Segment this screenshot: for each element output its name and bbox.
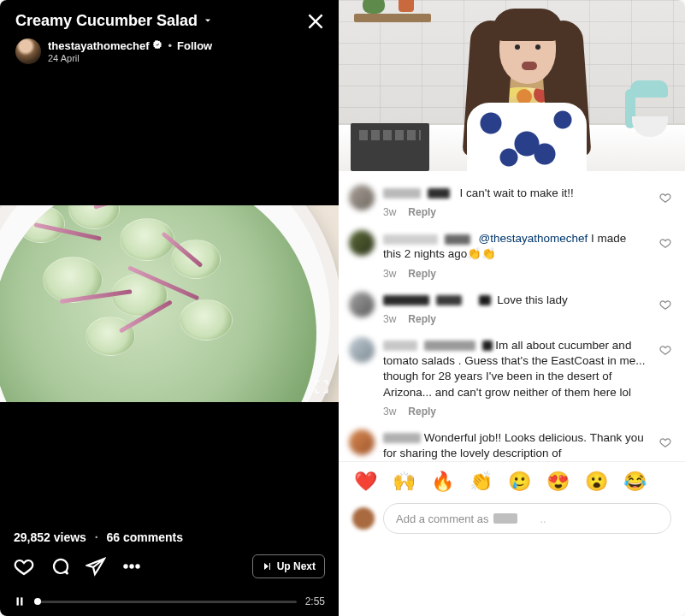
reaction-clap[interactable]: 👏 — [469, 471, 493, 493]
video-frame[interactable] — [0, 85, 339, 522]
svg-rect-7 — [17, 597, 19, 605]
action-bar: Up Next — [14, 556, 325, 577]
time-label: 2:55 — [305, 595, 325, 607]
video-panel: Creamy Cucumber Salad thestayathomechef … — [0, 0, 339, 616]
video-title-text: Creamy Cucumber Salad — [15, 12, 198, 30]
right-panel: I can't wait to make it!! 3w Reply — [339, 0, 685, 616]
chevron-down-icon — [203, 12, 213, 30]
reply-button[interactable]: Reply — [408, 268, 436, 280]
close-button[interactable] — [304, 10, 327, 33]
post-date: 24 April — [48, 53, 80, 63]
comment-list: I can't wait to make it!! 3w Reply — [339, 171, 685, 461]
comment-age: 3w — [383, 268, 396, 280]
comment-mention[interactable]: @thestayathomechef — [479, 232, 588, 245]
self-avatar[interactable] — [352, 507, 375, 530]
reaction-raised-hands[interactable]: 🙌 — [393, 471, 416, 493]
author-row: thestayathomechef • Follow 24 April — [15, 38, 327, 64]
pause-button[interactable] — [14, 595, 26, 607]
play-next-icon — [262, 561, 272, 572]
up-next-label: Up Next — [277, 560, 316, 572]
reaction-heart[interactable]: ❤️ — [354, 471, 377, 493]
verified-icon — [152, 39, 162, 52]
reply-button[interactable]: Reply — [408, 406, 436, 418]
author-username-text: thestayathomechef — [48, 39, 149, 52]
reaction-tear[interactable]: 🥲 — [508, 471, 531, 493]
commenter-avatar[interactable] — [349, 185, 375, 210]
more-button[interactable] — [121, 556, 142, 577]
video-thumbnail — [0, 205, 339, 402]
comments-panel: I can't wait to make it!! 3w Reply — [339, 171, 685, 616]
reaction-laugh[interactable]: 😂 — [623, 471, 647, 493]
video-stats: 29,852 views · 66 comments — [14, 530, 325, 544]
video-preview-scene — [339, 0, 685, 171]
svg-marker-5 — [264, 563, 269, 570]
video-header: Creamy Cucumber Salad thestayathomechef … — [0, 0, 339, 85]
comments-count-text[interactable]: 66 comments — [107, 530, 183, 544]
comment-text: Wonderful job!! Looks delicious. Thank y… — [383, 431, 644, 459]
comment-text: Im all about cucumber and tomato salads … — [383, 339, 645, 399]
seek-knob[interactable] — [34, 598, 41, 605]
reply-button[interactable]: Reply — [408, 313, 436, 325]
svg-rect-8 — [21, 597, 22, 605]
commenter-avatar[interactable] — [349, 292, 375, 317]
player-bar: 2:55 — [14, 595, 325, 607]
comment-button[interactable] — [50, 556, 70, 577]
comment-like-button[interactable] — [659, 299, 671, 311]
up-next-button[interactable]: Up Next — [252, 554, 325, 578]
comment-age: 3w — [383, 406, 396, 418]
comment-like-button[interactable] — [659, 237, 671, 249]
comment-input-row: Add a comment as .. — [339, 498, 685, 544]
share-button[interactable] — [86, 556, 106, 577]
comment-item: @thestayathomechef I made this 2 nights … — [349, 223, 682, 284]
author-avatar[interactable] — [15, 38, 41, 64]
comment-like-button[interactable] — [659, 436, 671, 448]
reaction-bar: ❤️ 🙌 🔥 👏 🥲 😍 😮 😂 — [339, 461, 685, 498]
fullscreen-icon[interactable] — [313, 378, 330, 395]
comment-age: 3w — [383, 313, 396, 325]
seek-track[interactable] — [34, 601, 297, 603]
comment-input[interactable]: Add a comment as .. — [383, 503, 671, 534]
svg-point-3 — [130, 565, 133, 567]
views-text: 29,852 views — [14, 530, 86, 544]
comment-item: Love this lady 3w Reply — [349, 285, 682, 330]
stats-dot: · — [90, 530, 103, 544]
like-button[interactable] — [14, 556, 34, 577]
comment-age: 3w — [383, 206, 396, 218]
comment-text: Love this lady — [497, 293, 568, 306]
comment-item: I can't wait to make it!! 3w Reply — [349, 178, 682, 223]
reply-button[interactable]: Reply — [408, 206, 436, 218]
svg-point-4 — [136, 565, 139, 567]
dot-separator: • — [168, 39, 172, 52]
reaction-fire[interactable]: 🔥 — [431, 471, 454, 493]
comment-text: I can't wait to make it!! — [460, 187, 574, 199]
comment-like-button[interactable] — [659, 344, 671, 356]
commenter-avatar[interactable] — [349, 429, 375, 455]
comment-item: Im all about cucumber and tomato salads … — [349, 330, 682, 423]
commenter-avatar[interactable] — [349, 337, 375, 363]
video-title[interactable]: Creamy Cucumber Salad — [15, 12, 213, 30]
comment-input-placeholder: Add a comment as — [396, 512, 488, 525]
comment-like-button[interactable] — [659, 192, 671, 204]
comment-item: Wonderful job!! Looks delicious. Thank y… — [349, 423, 682, 461]
svg-point-2 — [124, 565, 127, 567]
commenter-avatar[interactable] — [349, 230, 375, 256]
reaction-heart-eyes[interactable]: 😍 — [546, 471, 570, 493]
video-footer: 29,852 views · 66 comments Up Next — [0, 522, 339, 616]
follow-button[interactable]: Follow — [177, 39, 212, 52]
reaction-wow[interactable]: 😮 — [585, 471, 608, 493]
author-username[interactable]: thestayathomechef — [48, 39, 162, 52]
